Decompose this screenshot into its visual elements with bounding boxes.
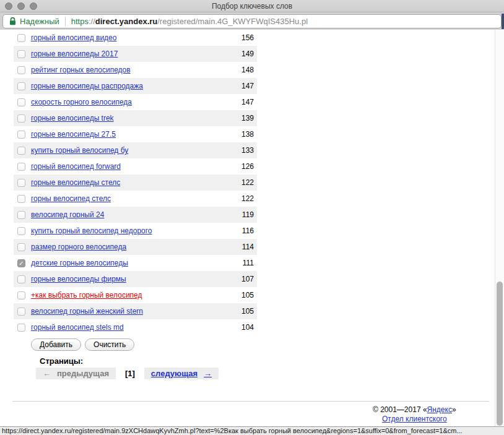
keyword-row: горные велосипеды 2017149 [14, 46, 257, 62]
pages-title: Страницы: [40, 356, 504, 366]
keyword-count: 126 [241, 162, 254, 171]
keyword-checkbox[interactable] [17, 163, 25, 171]
keyword-link[interactable]: рейтинг горных велосипедов [31, 66, 241, 74]
keyword-count: 138 [241, 130, 254, 139]
keyword-row: горный велосипед видео156 [14, 30, 257, 46]
keyword-checkbox[interactable] [17, 131, 25, 139]
keyword-link[interactable]: горные велосипеды фирмы [31, 275, 241, 283]
keyword-count: 104 [241, 323, 254, 332]
keyword-link[interactable]: купить горный велосипед недорого [31, 226, 242, 235]
browser-window: Подбор ключевых слов Надежный https://di… [0, 0, 504, 435]
keyword-count: 107 [241, 275, 254, 283]
footer-divider [12, 401, 489, 402]
keyword-checkbox[interactable] [17, 291, 25, 299]
copyright-prefix: © 2001—2017 « [373, 405, 427, 414]
support-line: Отдел клиентского [382, 415, 456, 424]
page-content: горный велосипед видео156горные велосипе… [0, 30, 504, 426]
keyword-checkbox[interactable] [17, 50, 25, 58]
add-button[interactable]: Добавить [31, 338, 81, 351]
keyword-link[interactable]: купить горный велосипед бу [31, 146, 241, 155]
keyword-count: 149 [241, 50, 254, 58]
keyword-row: горный велосипед stels md104 [14, 319, 257, 335]
keyword-count: 139 [241, 114, 254, 123]
keyword-row: горные велосипеды trek139 [14, 110, 257, 126]
prev-page-link[interactable]: ← предыдущая [36, 368, 116, 379]
keyword-count: 122 [241, 178, 254, 187]
keyword-link[interactable]: горные велосипеды распродажа [31, 82, 241, 90]
keyword-row: горные велосипеды стелс122 [14, 174, 257, 191]
keyword-link[interactable]: горный велосипед stels md [31, 323, 241, 332]
address-separator [65, 17, 66, 26]
page-footer: © 2001—2017 «Яндекс» Отдел клиентского [373, 405, 456, 424]
page-scrollbar[interactable] [495, 30, 504, 426]
keyword-row: купить горный велосипед бу133 [14, 142, 257, 158]
keyword-link[interactable]: скорость горного велосипеда [31, 98, 241, 106]
keyword-checkbox[interactable] [17, 211, 25, 219]
window-title: Подбор ключевых слов [0, 2, 504, 11]
keyword-link[interactable]: горные велосипеды 27.5 [31, 130, 241, 139]
keyword-count: 116 [242, 226, 254, 235]
keyword-checkbox[interactable] [17, 82, 25, 90]
keyword-checkbox[interactable] [17, 195, 25, 203]
keyword-checkbox[interactable] [17, 147, 25, 155]
keyword-checkbox[interactable] [17, 66, 25, 74]
keyword-table: горный велосипед видео156горные велосипе… [14, 30, 257, 335]
keyword-link[interactable]: горный велосипед видео [31, 33, 241, 42]
address-bar[interactable]: Надежный https://direct.yandex.ru/regist… [2, 14, 502, 28]
keyword-checkbox[interactable] [17, 227, 25, 235]
keyword-checkbox[interactable] [17, 243, 25, 251]
keyword-link[interactable]: +как выбрать горный велосипед [31, 291, 241, 299]
keyword-checkbox[interactable] [17, 34, 25, 42]
status-bar: https://direct.yandex.ru/registered/main… [0, 426, 504, 435]
keyword-row: горные велосипеды фирмы107 [14, 271, 257, 287]
keyword-count: 147 [241, 82, 254, 90]
keyword-count: 122 [241, 194, 254, 203]
keyword-checkbox[interactable] [17, 179, 25, 187]
keyword-link[interactable]: горные велосипеды стелс [31, 178, 241, 187]
keyword-checkbox[interactable] [17, 275, 25, 283]
clear-button[interactable]: Очистить [85, 338, 134, 351]
window-titlebar: Подбор ключевых слов [0, 0, 504, 12]
keyword-checkbox-checked[interactable]: ✓ [17, 259, 25, 267]
keyword-row: размер горного велосипеда114 [14, 239, 257, 255]
browser-chrome: Надежный https://direct.yandex.ru/regist… [0, 12, 504, 30]
action-buttons: Добавить Очистить [31, 338, 504, 351]
next-page-label: следующая [151, 369, 198, 378]
keyword-count: 105 [241, 307, 254, 316]
keyword-link[interactable]: велосипед горный 24 [31, 210, 242, 219]
keyword-link[interactable]: велосипед горный женский stern [31, 307, 241, 316]
keyword-count: 133 [241, 146, 254, 155]
keyword-row: горные велосипеды распродажа147 [14, 78, 257, 94]
page-url: https://direct.yandex.ru/registered/main… [71, 17, 308, 26]
keyword-checkbox[interactable] [17, 98, 25, 106]
status-url: https://direct.yandex.ru/registered/main… [2, 427, 463, 434]
scrollbar-thumb[interactable] [497, 282, 503, 426]
support-link[interactable]: Отдел клиентского [382, 415, 447, 423]
keyword-count: 148 [241, 66, 254, 74]
keyword-link[interactable]: горный велосипед forward [31, 162, 241, 171]
keyword-link[interactable]: размер горного велосипеда [31, 243, 242, 251]
keyword-count: 147 [241, 98, 254, 106]
left-arrow-icon: ← [43, 369, 51, 378]
keyword-row: велосипед горный женский stern105 [14, 303, 257, 319]
copyright-suffix: » [452, 405, 456, 414]
keyword-link[interactable]: детские горные велосипеды [31, 259, 243, 267]
next-page-link[interactable]: следующая → [144, 368, 219, 379]
keyword-checkbox[interactable] [17, 324, 25, 332]
keyword-row: горные велосипеды 27.5138 [14, 126, 257, 142]
keyword-link[interactable]: горные велосипеды 2017 [31, 50, 241, 58]
keyword-checkbox[interactable] [17, 308, 25, 316]
keyword-row: ✓детские горные велосипеды111 [14, 255, 257, 271]
url-scheme: https [71, 17, 89, 26]
keyword-checkbox[interactable] [17, 114, 25, 123]
url-domain: direct.yandex.ru [95, 17, 157, 26]
keyword-count: 114 [242, 243, 254, 251]
keyword-row: горны велосипед стелс122 [14, 191, 257, 207]
keyword-count: 105 [241, 291, 254, 299]
keyword-link[interactable]: горные велосипеды trek [31, 114, 241, 123]
keyword-link[interactable]: горны велосипед стелс [31, 194, 241, 203]
pagination: Страницы: ← предыдущая [1] следующая → [40, 356, 504, 379]
yandex-link[interactable]: Яндекс [427, 405, 452, 414]
copyright-line: © 2001—2017 «Яндекс» [373, 405, 456, 415]
current-page: [1] [125, 369, 135, 378]
